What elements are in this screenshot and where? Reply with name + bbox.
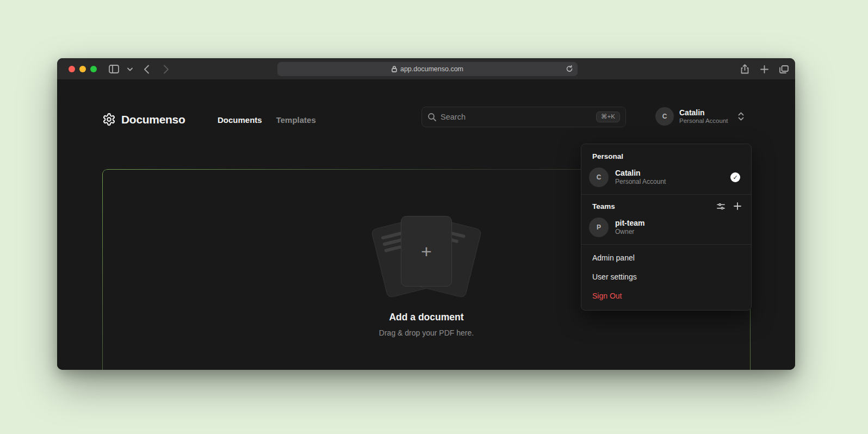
personal-account-item[interactable]: C Catalin Personal Account ✓	[581, 164, 751, 190]
search-bar[interactable]: ⌘+K	[421, 107, 626, 127]
documenso-logo-icon	[102, 113, 116, 126]
window-controls	[69, 66, 97, 72]
team-name: pit-team	[615, 219, 644, 228]
check-circle-icon: ✓	[730, 172, 740, 182]
address-url: app.documenso.com	[400, 65, 463, 73]
minimize-window-button[interactable]	[79, 66, 86, 72]
refresh-icon[interactable]	[566, 65, 573, 75]
forward-button-icon[interactable]	[159, 63, 172, 76]
tab-overview-icon[interactable]	[777, 63, 790, 76]
sidebar-toggle-icon[interactable]	[107, 63, 120, 76]
back-button-icon[interactable]	[140, 63, 153, 76]
browser-window: app.documenso.com Documenso Documents	[57, 58, 795, 370]
search-input[interactable]	[441, 113, 592, 121]
menu-item-sign-out[interactable]: Sign Out	[581, 287, 751, 306]
plus-icon: +	[421, 242, 432, 261]
team-item[interactable]: P pit-team Owner	[581, 214, 751, 240]
avatar: C	[589, 168, 609, 187]
document-card-add: +	[401, 216, 452, 287]
menu-divider	[581, 194, 751, 195]
documents-illustration: +	[367, 215, 486, 297]
lock-icon	[392, 66, 397, 72]
share-icon[interactable]	[738, 63, 751, 76]
menu-account-name: Catalin	[615, 169, 666, 178]
documenso-app: Documenso Documents Templates ⌘+K C Cata…	[57, 80, 795, 370]
menu-account-type: Personal Account	[615, 178, 666, 186]
app-header: Documenso Documents Templates ⌘+K C Cata…	[57, 80, 795, 138]
account-name: Catalin	[679, 108, 728, 117]
close-window-button[interactable]	[69, 66, 75, 72]
menu-item-admin-panel[interactable]: Admin panel	[581, 249, 751, 268]
nav-templates[interactable]: Templates	[276, 114, 316, 127]
team-avatar: P	[589, 218, 609, 237]
manage-teams-icon[interactable]	[717, 202, 725, 210]
avatar: C	[655, 107, 674, 126]
add-team-icon[interactable]	[734, 202, 741, 210]
browser-toolbar: app.documenso.com	[57, 58, 795, 80]
account-menu-trigger[interactable]: C Catalin Personal Account	[655, 107, 744, 126]
chevrons-up-down-icon	[738, 112, 744, 121]
zoom-window-button[interactable]	[90, 66, 97, 72]
teams-section-header: Teams	[581, 199, 751, 214]
new-tab-icon[interactable]	[758, 63, 771, 76]
account-dropdown-menu: Personal C Catalin Personal Account ✓ Te…	[581, 144, 752, 311]
brand[interactable]: Documenso	[102, 113, 185, 126]
search-shortcut-badge: ⌘+K	[596, 111, 620, 122]
menu-item-user-settings[interactable]: User settings	[581, 268, 751, 287]
dropzone-subtitle: Drag & drop your PDF here.	[379, 328, 474, 337]
address-bar[interactable]: app.documenso.com	[277, 62, 578, 76]
main-nav: Documents Templates	[218, 114, 316, 127]
nav-documents[interactable]: Documents	[218, 114, 262, 127]
search-icon	[427, 113, 436, 121]
team-role: Owner	[615, 228, 644, 236]
menu-divider	[581, 244, 751, 245]
brand-name: Documenso	[121, 113, 185, 126]
dropzone-title: Add a document	[389, 312, 463, 323]
sidebar-chevron-down-icon[interactable]	[123, 63, 137, 76]
personal-section-label: Personal	[581, 148, 751, 164]
account-type: Personal Account	[679, 117, 728, 125]
teams-section-label: Teams	[592, 202, 615, 210]
